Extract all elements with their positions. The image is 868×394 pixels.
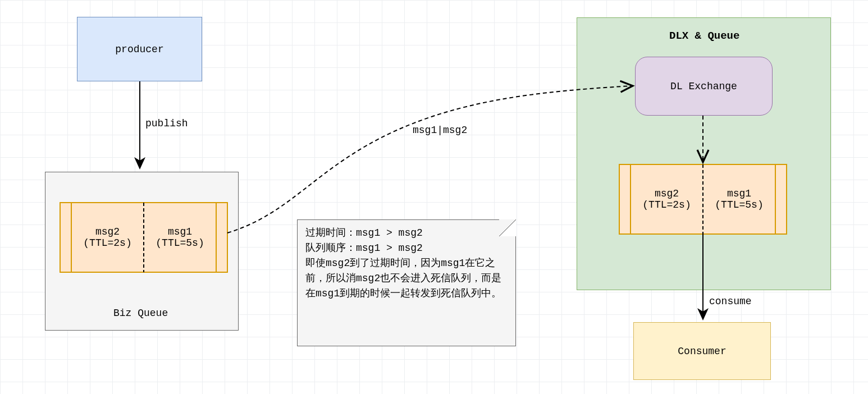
dlx-queue-msg2-text: msg2 (TTL=2s) [642, 188, 691, 210]
consume-label: consume [709, 296, 752, 307]
biz-queue-msg1-text: msg1 (TTL=5s) [156, 226, 204, 249]
biz-queue-msg1: msg1 (TTL=5s) [144, 203, 216, 272]
biz-queue-label: Biz Queue [113, 308, 168, 319]
publish-label: publish [145, 118, 188, 129]
arrow-msg-transfer [227, 86, 632, 233]
note-fold-icon [499, 219, 516, 236]
producer-node: producer [77, 17, 202, 81]
dlx-queue-title: DLX & Queue [669, 30, 739, 42]
producer-label: producer [115, 44, 163, 55]
dl-exchange-node: DL Exchange [635, 57, 773, 116]
explanation-note-text: 过期时间：msg1 > msg2 队列顺序：msg1 > msg2 即使msg2… [305, 227, 501, 299]
dlx-queue-msg1: msg1 (TTL=5s) [703, 164, 775, 234]
dlx-queue-msg1-text: msg1 (TTL=5s) [715, 188, 763, 210]
biz-queue-msg2-text: msg2 (TTL=2s) [83, 226, 131, 249]
dl-exchange-label: DL Exchange [670, 81, 737, 92]
consumer-node: Consumer [633, 322, 771, 380]
consumer-label: Consumer [678, 346, 726, 357]
explanation-note: 过期时间：msg1 > msg2 队列顺序：msg1 > msg2 即使msg2… [297, 219, 516, 346]
transfer-label: msg1|msg2 [413, 125, 467, 136]
biz-queue-msg2: msg2 (TTL=2s) [71, 203, 144, 272]
dlx-queue-msg2: msg2 (TTL=2s) [631, 164, 703, 234]
